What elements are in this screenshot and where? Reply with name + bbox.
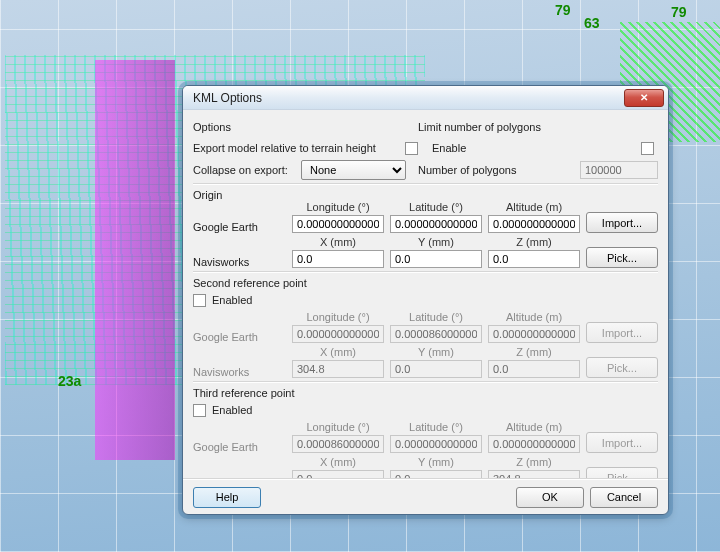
origin-longitude-field[interactable] xyxy=(292,215,384,233)
polygon-count-label: Number of polygons xyxy=(418,164,516,176)
second-enabled-label: Enabled xyxy=(212,294,252,306)
ok-button[interactable]: OK xyxy=(516,487,584,508)
latitude-header: Latitude (°) xyxy=(390,311,482,323)
second-ref-header: Second reference point xyxy=(193,277,658,289)
grid-label: 23a xyxy=(58,373,81,389)
x-header: X (mm) xyxy=(292,236,384,248)
limit-header: Limit number of polygons xyxy=(418,121,658,133)
divider xyxy=(193,271,658,273)
third-import-button: Import... xyxy=(586,432,658,453)
third-latitude-field xyxy=(390,435,482,453)
z-header: Z (mm) xyxy=(488,456,580,468)
origin-altitude-field[interactable] xyxy=(488,215,580,233)
help-button[interactable]: Help xyxy=(193,487,261,508)
second-y-field xyxy=(390,360,482,378)
longitude-header: Longitude (°) xyxy=(292,311,384,323)
third-longitude-field xyxy=(292,435,384,453)
model-columns xyxy=(95,60,175,460)
google-earth-label: Google Earth xyxy=(193,221,286,233)
z-header: Z (mm) xyxy=(488,346,580,358)
navisworks-label: Navisworks xyxy=(193,366,286,378)
origin-latitude-field[interactable] xyxy=(390,215,482,233)
origin-x-field[interactable] xyxy=(292,250,384,268)
close-button[interactable]: ✕ xyxy=(624,89,664,107)
third-pick-button: Pick... xyxy=(586,467,658,478)
third-x-field xyxy=(292,470,384,478)
limit-enable-checkbox[interactable] xyxy=(641,142,654,155)
second-altitude-field xyxy=(488,325,580,343)
kml-options-dialog: KML Options ✕ Options Limit number of po… xyxy=(182,85,669,515)
google-earth-label: Google Earth xyxy=(193,441,286,453)
grid-label: 63 xyxy=(584,15,600,31)
origin-pick-button[interactable]: Pick... xyxy=(586,247,658,268)
google-earth-label: Google Earth xyxy=(193,331,286,343)
origin-header: Origin xyxy=(193,189,658,201)
grid-label: 79 xyxy=(555,2,571,18)
dialog-body: Options Limit number of polygons Export … xyxy=(183,110,668,478)
collapse-combo[interactable]: None xyxy=(301,160,406,180)
titlebar[interactable]: KML Options ✕ xyxy=(183,86,668,110)
second-z-field xyxy=(488,360,580,378)
export-relative-label: Export model relative to terrain height xyxy=(193,142,376,154)
third-z-field xyxy=(488,470,580,478)
dialog-footer: Help OK Cancel xyxy=(183,480,668,514)
third-ref-header: Third reference point xyxy=(193,387,658,399)
second-pick-button: Pick... xyxy=(586,357,658,378)
altitude-header: Altitude (m) xyxy=(488,421,580,433)
longitude-header: Longitude (°) xyxy=(292,201,384,213)
polygon-count-field xyxy=(580,161,658,179)
second-import-button: Import... xyxy=(586,322,658,343)
latitude-header: Latitude (°) xyxy=(390,201,482,213)
third-altitude-field xyxy=(488,435,580,453)
third-enabled-label: Enabled xyxy=(212,404,252,416)
collapse-label: Collapse on export: xyxy=(193,164,288,176)
latitude-header: Latitude (°) xyxy=(390,421,482,433)
divider xyxy=(193,183,658,185)
dialog-title: KML Options xyxy=(193,91,624,105)
y-header: Y (mm) xyxy=(390,236,482,248)
second-longitude-field xyxy=(292,325,384,343)
second-latitude-field xyxy=(390,325,482,343)
second-enabled-checkbox[interactable] xyxy=(193,294,206,307)
origin-import-button[interactable]: Import... xyxy=(586,212,658,233)
navisworks-label: Navisworks xyxy=(193,256,286,268)
grid-label: 79 xyxy=(671,4,687,20)
options-header: Options xyxy=(193,121,418,133)
x-header: X (mm) xyxy=(292,456,384,468)
y-header: Y (mm) xyxy=(390,456,482,468)
origin-y-field[interactable] xyxy=(390,250,482,268)
close-icon: ✕ xyxy=(640,92,648,103)
cancel-button[interactable]: Cancel xyxy=(590,487,658,508)
divider xyxy=(193,381,658,383)
origin-z-field[interactable] xyxy=(488,250,580,268)
z-header: Z (mm) xyxy=(488,236,580,248)
third-enabled-checkbox[interactable] xyxy=(193,404,206,417)
export-relative-checkbox[interactable] xyxy=(405,142,418,155)
third-y-field xyxy=(390,470,482,478)
longitude-header: Longitude (°) xyxy=(292,421,384,433)
altitude-header: Altitude (m) xyxy=(488,311,580,323)
altitude-header: Altitude (m) xyxy=(488,201,580,213)
x-header: X (mm) xyxy=(292,346,384,358)
y-header: Y (mm) xyxy=(390,346,482,358)
limit-enable-label: Enable xyxy=(432,142,466,154)
second-x-field xyxy=(292,360,384,378)
